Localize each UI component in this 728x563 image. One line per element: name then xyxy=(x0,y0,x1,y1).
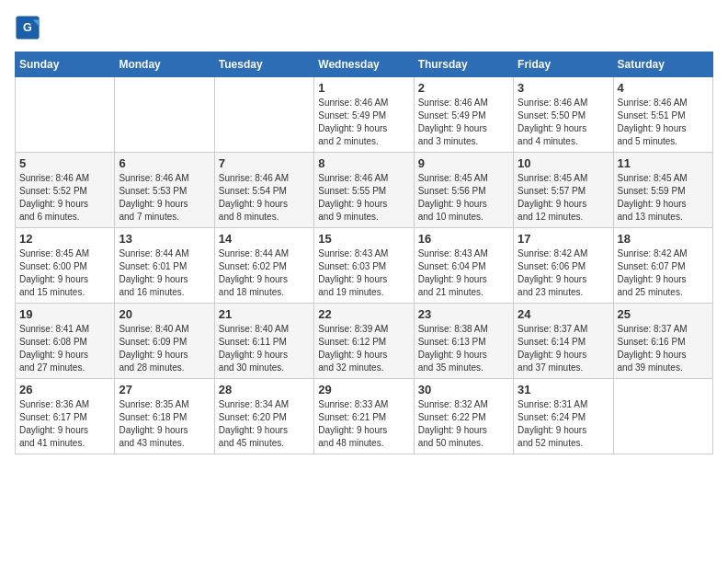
calendar-cell: 10Sunrise: 8:45 AM Sunset: 5:57 PM Dayli… xyxy=(514,153,613,228)
calendar-week-2: 5Sunrise: 8:46 AM Sunset: 5:52 PM Daylig… xyxy=(16,153,713,228)
calendar-cell: 19Sunrise: 8:41 AM Sunset: 6:08 PM Dayli… xyxy=(16,304,115,379)
logo: G xyxy=(15,15,44,40)
calendar-cell: 18Sunrise: 8:42 AM Sunset: 6:07 PM Dayli… xyxy=(613,228,712,304)
day-number: 6 xyxy=(119,156,210,170)
calendar-cell: 4Sunrise: 8:46 AM Sunset: 5:51 PM Daylig… xyxy=(613,77,712,153)
day-info: Sunrise: 8:38 AM Sunset: 6:13 PM Dayligh… xyxy=(418,323,509,374)
calendar-cell: 20Sunrise: 8:40 AM Sunset: 6:09 PM Dayli… xyxy=(115,304,214,379)
weekday-header-wednesday: Wednesday xyxy=(314,52,414,77)
weekday-header-monday: Monday xyxy=(115,52,214,77)
calendar-cell: 25Sunrise: 8:37 AM Sunset: 6:16 PM Dayli… xyxy=(613,304,712,379)
calendar-table: SundayMondayTuesdayWednesdayThursdayFrid… xyxy=(15,52,713,454)
calendar-cell: 30Sunrise: 8:32 AM Sunset: 6:22 PM Dayli… xyxy=(414,379,513,454)
day-number: 29 xyxy=(318,383,409,396)
day-number: 10 xyxy=(518,156,609,170)
day-info: Sunrise: 8:37 AM Sunset: 6:14 PM Dayligh… xyxy=(518,323,609,374)
calendar-cell: 11Sunrise: 8:45 AM Sunset: 5:59 PM Dayli… xyxy=(613,153,712,228)
day-number: 17 xyxy=(518,232,609,246)
calendar-header: SundayMondayTuesdayWednesdayThursdayFrid… xyxy=(16,52,713,77)
calendar-cell: 23Sunrise: 8:38 AM Sunset: 6:13 PM Dayli… xyxy=(414,304,513,379)
day-info: Sunrise: 8:46 AM Sunset: 5:51 PM Dayligh… xyxy=(618,97,709,148)
calendar-cell: 16Sunrise: 8:43 AM Sunset: 6:04 PM Dayli… xyxy=(414,228,513,304)
day-info: Sunrise: 8:36 AM Sunset: 6:17 PM Dayligh… xyxy=(19,398,110,450)
calendar-cell: 5Sunrise: 8:46 AM Sunset: 5:52 PM Daylig… xyxy=(16,153,115,228)
day-number: 28 xyxy=(219,383,310,396)
day-info: Sunrise: 8:44 AM Sunset: 6:02 PM Dayligh… xyxy=(219,247,310,299)
calendar-cell: 28Sunrise: 8:34 AM Sunset: 6:20 PM Dayli… xyxy=(214,379,313,454)
day-info: Sunrise: 8:46 AM Sunset: 5:52 PM Dayligh… xyxy=(19,172,110,224)
day-number: 25 xyxy=(618,307,709,321)
calendar-cell xyxy=(214,77,313,153)
day-info: Sunrise: 8:46 AM Sunset: 5:50 PM Dayligh… xyxy=(518,97,609,148)
day-info: Sunrise: 8:42 AM Sunset: 6:07 PM Dayligh… xyxy=(618,247,709,299)
calendar-body: 1Sunrise: 8:46 AM Sunset: 5:49 PM Daylig… xyxy=(16,77,713,454)
day-info: Sunrise: 8:32 AM Sunset: 6:22 PM Dayligh… xyxy=(418,398,509,450)
weekday-header-row: SundayMondayTuesdayWednesdayThursdayFrid… xyxy=(16,52,713,77)
day-number: 30 xyxy=(418,383,509,396)
calendar-week-4: 19Sunrise: 8:41 AM Sunset: 6:08 PM Dayli… xyxy=(16,304,713,379)
day-number: 19 xyxy=(19,307,110,321)
calendar-cell: 8Sunrise: 8:46 AM Sunset: 5:55 PM Daylig… xyxy=(314,153,414,228)
day-info: Sunrise: 8:45 AM Sunset: 5:59 PM Dayligh… xyxy=(618,172,709,224)
weekday-header-thursday: Thursday xyxy=(414,52,513,77)
day-number: 7 xyxy=(219,156,310,170)
day-info: Sunrise: 8:45 AM Sunset: 6:00 PM Dayligh… xyxy=(19,247,110,299)
day-number: 31 xyxy=(518,383,609,396)
day-number: 2 xyxy=(418,81,509,95)
svg-text:G: G xyxy=(23,21,32,34)
calendar-week-5: 26Sunrise: 8:36 AM Sunset: 6:17 PM Dayli… xyxy=(16,379,713,454)
calendar-cell: 13Sunrise: 8:44 AM Sunset: 6:01 PM Dayli… xyxy=(115,228,214,304)
day-info: Sunrise: 8:46 AM Sunset: 5:55 PM Dayligh… xyxy=(318,172,409,224)
calendar-cell xyxy=(613,379,712,454)
day-info: Sunrise: 8:37 AM Sunset: 6:16 PM Dayligh… xyxy=(618,323,709,374)
day-number: 1 xyxy=(318,81,409,95)
day-info: Sunrise: 8:39 AM Sunset: 6:12 PM Dayligh… xyxy=(318,323,409,374)
day-info: Sunrise: 8:46 AM Sunset: 5:49 PM Dayligh… xyxy=(318,97,409,148)
day-number: 13 xyxy=(119,232,210,246)
day-number: 21 xyxy=(219,307,310,321)
calendar-cell: 31Sunrise: 8:31 AM Sunset: 6:24 PM Dayli… xyxy=(514,379,613,454)
calendar-cell: 26Sunrise: 8:36 AM Sunset: 6:17 PM Dayli… xyxy=(16,379,115,454)
day-info: Sunrise: 8:33 AM Sunset: 6:21 PM Dayligh… xyxy=(318,398,409,450)
calendar-cell: 6Sunrise: 8:46 AM Sunset: 5:53 PM Daylig… xyxy=(115,153,214,228)
calendar-cell: 24Sunrise: 8:37 AM Sunset: 6:14 PM Dayli… xyxy=(514,304,613,379)
day-number: 22 xyxy=(318,307,409,321)
calendar-cell: 12Sunrise: 8:45 AM Sunset: 6:00 PM Dayli… xyxy=(16,228,115,304)
day-number: 12 xyxy=(19,232,110,246)
day-number: 3 xyxy=(518,81,609,95)
day-info: Sunrise: 8:44 AM Sunset: 6:01 PM Dayligh… xyxy=(119,247,210,299)
day-info: Sunrise: 8:40 AM Sunset: 6:09 PM Dayligh… xyxy=(119,323,210,374)
calendar-week-3: 12Sunrise: 8:45 AM Sunset: 6:00 PM Dayli… xyxy=(16,228,713,304)
day-info: Sunrise: 8:41 AM Sunset: 6:08 PM Dayligh… xyxy=(19,323,110,374)
calendar-cell: 21Sunrise: 8:40 AM Sunset: 6:11 PM Dayli… xyxy=(214,304,313,379)
day-number: 26 xyxy=(19,383,110,396)
page-header: G xyxy=(15,15,713,40)
day-number: 11 xyxy=(618,156,709,170)
calendar-cell: 1Sunrise: 8:46 AM Sunset: 5:49 PM Daylig… xyxy=(314,77,414,153)
calendar-cell: 17Sunrise: 8:42 AM Sunset: 6:06 PM Dayli… xyxy=(514,228,613,304)
day-number: 20 xyxy=(119,307,210,321)
day-info: Sunrise: 8:31 AM Sunset: 6:24 PM Dayligh… xyxy=(518,398,609,450)
day-info: Sunrise: 8:34 AM Sunset: 6:20 PM Dayligh… xyxy=(219,398,310,450)
day-info: Sunrise: 8:46 AM Sunset: 5:53 PM Dayligh… xyxy=(119,172,210,224)
day-number: 8 xyxy=(318,156,409,170)
calendar-cell: 27Sunrise: 8:35 AM Sunset: 6:18 PM Dayli… xyxy=(115,379,214,454)
day-info: Sunrise: 8:45 AM Sunset: 5:56 PM Dayligh… xyxy=(418,172,509,224)
logo-icon: G xyxy=(15,15,40,40)
day-number: 9 xyxy=(418,156,509,170)
calendar-cell xyxy=(16,77,115,153)
day-info: Sunrise: 8:46 AM Sunset: 5:49 PM Dayligh… xyxy=(418,97,509,148)
day-info: Sunrise: 8:42 AM Sunset: 6:06 PM Dayligh… xyxy=(518,247,609,299)
day-info: Sunrise: 8:46 AM Sunset: 5:54 PM Dayligh… xyxy=(219,172,310,224)
calendar-cell: 22Sunrise: 8:39 AM Sunset: 6:12 PM Dayli… xyxy=(314,304,414,379)
calendar-cell: 2Sunrise: 8:46 AM Sunset: 5:49 PM Daylig… xyxy=(414,77,513,153)
day-number: 5 xyxy=(19,156,110,170)
day-number: 14 xyxy=(219,232,310,246)
calendar-cell: 14Sunrise: 8:44 AM Sunset: 6:02 PM Dayli… xyxy=(214,228,313,304)
calendar-cell: 3Sunrise: 8:46 AM Sunset: 5:50 PM Daylig… xyxy=(514,77,613,153)
calendar-cell: 15Sunrise: 8:43 AM Sunset: 6:03 PM Dayli… xyxy=(314,228,414,304)
day-info: Sunrise: 8:43 AM Sunset: 6:04 PM Dayligh… xyxy=(418,247,509,299)
calendar-cell: 9Sunrise: 8:45 AM Sunset: 5:56 PM Daylig… xyxy=(414,153,513,228)
day-number: 4 xyxy=(618,81,709,95)
weekday-header-tuesday: Tuesday xyxy=(214,52,313,77)
